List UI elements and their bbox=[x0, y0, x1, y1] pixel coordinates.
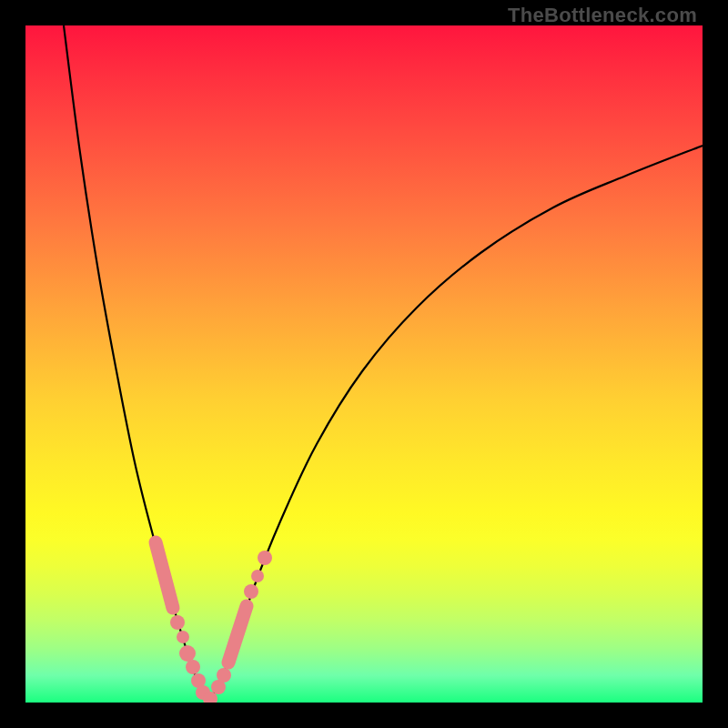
marker-dot bbox=[251, 570, 264, 582]
marker-segment bbox=[156, 542, 173, 608]
curve-overlay bbox=[25, 25, 703, 703]
marker-dots-group bbox=[170, 551, 272, 703]
marker-segments-group bbox=[156, 542, 247, 662]
marker-dot bbox=[244, 584, 258, 599]
plot-area bbox=[25, 25, 703, 703]
marker-dot bbox=[258, 551, 272, 565]
marker-dot bbox=[179, 645, 196, 662]
marker-dot bbox=[217, 668, 231, 682]
marker-segment bbox=[228, 606, 247, 662]
marker-dot bbox=[170, 615, 185, 630]
bottleneck-curve-right bbox=[207, 146, 703, 703]
bottleneck-curve-left bbox=[64, 25, 207, 703]
marker-dot bbox=[177, 631, 189, 643]
chart-frame: TheBottleneck.com bbox=[0, 0, 728, 728]
marker-dot bbox=[186, 660, 200, 674]
watermark-text: TheBottleneck.com bbox=[508, 4, 697, 27]
